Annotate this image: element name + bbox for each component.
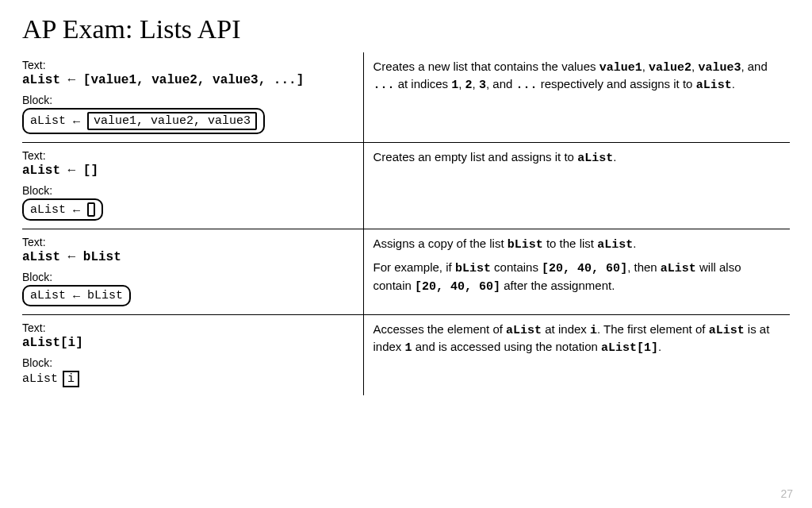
description-cell: Assigns a copy of the list bList to the … <box>363 229 790 315</box>
description-text: Assigns a copy of the list bList to the … <box>373 236 783 253</box>
api-row: Text:aList ← []Block:aList←Creates an em… <box>22 143 790 229</box>
text-code: aList ← [] <box>22 164 354 178</box>
slide: AP Exam: Lists API Text:aList ← [value1,… <box>0 0 812 508</box>
text-label: Text: <box>22 236 354 248</box>
api-row: Text:aList[i]Block:aListiAccesses the el… <box>22 315 790 396</box>
page-title: AP Exam: Lists API <box>22 14 790 44</box>
empty-list-box <box>87 202 95 217</box>
block-code: aList← <box>22 198 354 221</box>
syntax-cell: Text:aList[i]Block:aListi <box>22 315 363 396</box>
syntax-cell: Text:aList ← bListBlock:aList←bList <box>22 229 363 315</box>
description-text: Creates an empty list and assigns it to … <box>373 149 783 167</box>
syntax-cell: Text:aList ← [value1, value2, value3, ..… <box>22 52 363 143</box>
block-code: aListi <box>22 371 354 387</box>
block-label: Block: <box>22 94 354 106</box>
text-label: Text: <box>22 321 354 334</box>
block-label: Block: <box>22 356 354 369</box>
block-pill: aList←bList <box>22 285 131 306</box>
text-label: Text: <box>22 59 354 71</box>
api-row: Text:aList ← [value1, value2, value3, ..… <box>22 52 790 143</box>
values-box: value1, value2, value3 <box>87 112 257 130</box>
syntax-cell: Text:aList ← []Block:aList← <box>22 143 363 229</box>
block-label: Block: <box>22 271 354 283</box>
block-code: aList←value1, value2, value3 <box>22 108 354 134</box>
text-label: Text: <box>22 149 354 162</box>
block-code: aList←bList <box>22 285 354 306</box>
index-box: i <box>63 371 79 387</box>
description-cell: Creates a new list that contains the val… <box>363 52 790 143</box>
description-text: For example, if bList contains [20, 40, … <box>373 260 783 295</box>
description-cell: Accesses the element of aList at index i… <box>363 315 790 396</box>
arrow-icon: ← <box>71 203 82 217</box>
description-cell: Creates an empty list and assigns it to … <box>363 143 790 229</box>
arrow-icon: ← <box>71 114 82 128</box>
block-pill: aList← <box>22 198 103 221</box>
text-code: aList[i] <box>22 336 354 350</box>
text-code: aList ← bList <box>22 250 354 264</box>
block-pill: aList←value1, value2, value3 <box>22 108 265 134</box>
page-number: 27 <box>780 487 793 500</box>
block-label: Block: <box>22 184 354 197</box>
description-text: Accesses the element of aList at index i… <box>373 321 783 357</box>
api-table: Text:aList ← [value1, value2, value3, ..… <box>22 52 790 395</box>
api-row: Text:aList ← bListBlock:aList←bListAssig… <box>22 229 790 315</box>
description-text: Creates a new list that contains the val… <box>373 59 783 94</box>
text-code: aList ← [value1, value2, value3, ...] <box>22 73 354 87</box>
arrow-icon: ← <box>71 289 82 302</box>
